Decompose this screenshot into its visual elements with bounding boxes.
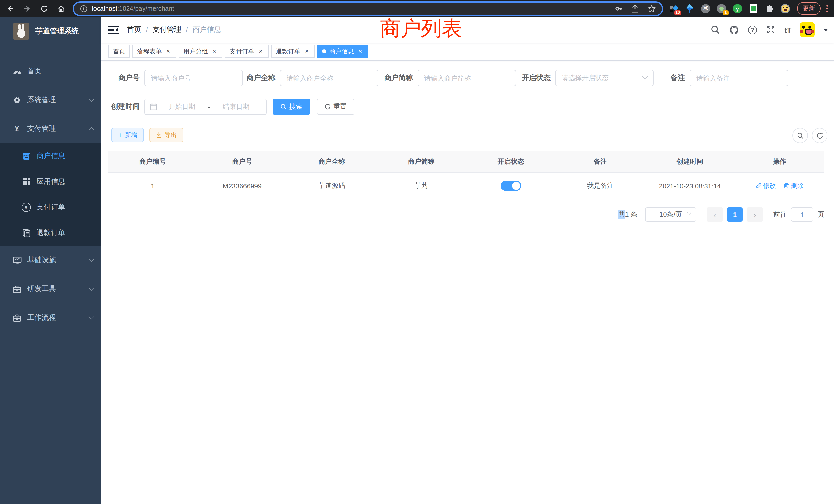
- gear-icon: [11, 96, 23, 104]
- close-icon[interactable]: ×: [304, 48, 310, 55]
- toggle-search-button[interactable]: [792, 128, 808, 143]
- close-icon[interactable]: ×: [165, 48, 172, 55]
- tab-pay-orders[interactable]: 支付订单×: [225, 45, 269, 58]
- merchant-table: 商户编号 商户号 商户全称 商户简称 开启状态 备注 创建时间 操作 1 M23…: [108, 151, 824, 199]
- close-icon[interactable]: ×: [357, 48, 364, 55]
- cell-shortname: 芋艿: [376, 173, 466, 199]
- extension-kite-icon[interactable]: [685, 4, 694, 13]
- edit-link[interactable]: 修改: [755, 181, 776, 190]
- caret-down-icon[interactable]: [824, 28, 828, 31]
- browser-back-button[interactable]: [6, 4, 14, 13]
- font-size-icon[interactable]: tT: [785, 25, 791, 34]
- share-icon[interactable]: [631, 4, 639, 13]
- browser-forward-button[interactable]: [23, 4, 31, 13]
- merchant-no-input[interactable]: [144, 70, 243, 86]
- extension-status-icon[interactable]: 1: [717, 4, 726, 13]
- next-page-button[interactable]: ›: [747, 207, 763, 222]
- col-fullname: 商户全称: [287, 151, 377, 173]
- browser-menu-icon[interactable]: [826, 5, 828, 12]
- bookmark-star-icon[interactable]: [647, 4, 656, 13]
- sidebar-item-home[interactable]: 首页: [0, 57, 101, 86]
- monitor-icon: [11, 256, 23, 264]
- extension-command-icon[interactable]: ⌘: [701, 4, 710, 13]
- browser-reload-button[interactable]: [40, 4, 48, 13]
- extensions-puzzle-icon[interactable]: [765, 4, 774, 13]
- sidebar-collapse-icon[interactable]: [108, 25, 118, 35]
- delete-link[interactable]: 删除: [783, 181, 804, 190]
- yen-circle-icon: ¥: [21, 203, 32, 212]
- remark-input[interactable]: [690, 70, 788, 86]
- table-toolbar: + 新增 导出: [101, 128, 834, 142]
- chevron-down-icon: [687, 210, 692, 215]
- extension-badge: 10: [674, 10, 681, 15]
- browser-home-button[interactable]: [57, 4, 65, 13]
- close-icon[interactable]: ×: [211, 48, 218, 55]
- reset-button[interactable]: 重置: [317, 98, 354, 115]
- cell-fullname: 芋道源码: [287, 173, 377, 199]
- sidebar-item-app-info[interactable]: 应用信息: [0, 169, 101, 194]
- merchant-fullname-label: 商户全称: [246, 73, 275, 83]
- create-time-label: 创建时间: [111, 102, 140, 111]
- breadcrumb-payment[interactable]: 支付管理: [153, 25, 181, 35]
- tab-user-group[interactable]: 用户分组×: [179, 45, 222, 58]
- plus-icon: +: [118, 131, 122, 139]
- url-host: localhost: [92, 5, 117, 12]
- storefront-icon: [21, 152, 32, 160]
- status-toggle[interactable]: [501, 181, 521, 191]
- breadcrumb-home[interactable]: 首页: [127, 25, 141, 35]
- password-key-icon[interactable]: [614, 4, 623, 13]
- cell-remark: 我是备注: [556, 173, 645, 199]
- sidebar-item-merchant-info[interactable]: 商户信息: [0, 143, 101, 169]
- browser-toolbar: localhost:1024/pay/merchant 10: [0, 0, 834, 17]
- merchant-fullname-input[interactable]: [280, 70, 378, 86]
- help-icon[interactable]: ?: [748, 25, 758, 35]
- col-actions: 操作: [734, 151, 824, 173]
- cell-merchant-no: M233666999: [197, 173, 287, 199]
- extension-sketch-icon[interactable]: 10: [669, 4, 678, 13]
- address-bar[interactable]: localhost:1024/pay/merchant: [74, 2, 662, 15]
- sidebar: 芋道管理系统 首页 系统管理 ¥ 支付管: [0, 17, 101, 504]
- sidebar-logo[interactable]: 芋道管理系统: [0, 17, 101, 45]
- sidebar-item-refund-orders[interactable]: 退款订单: [0, 220, 101, 246]
- merchant-shortname-input[interactable]: [418, 70, 516, 86]
- prev-page-button[interactable]: ‹: [707, 207, 723, 222]
- tab-refund-orders[interactable]: 退款订单×: [271, 45, 315, 58]
- end-date-placeholder[interactable]: 结束日期: [211, 102, 261, 111]
- page-size-select[interactable]: 10条/页: [645, 207, 696, 222]
- chrome-update-button[interactable]: 更新: [797, 2, 821, 15]
- browser-profile-avatar[interactable]: [781, 4, 790, 13]
- sidebar-item-dev-tools[interactable]: 研发工具: [0, 275, 101, 303]
- refresh-button[interactable]: [812, 128, 827, 143]
- tab-home[interactable]: 首页: [108, 45, 130, 58]
- fullscreen-icon[interactable]: [766, 25, 776, 35]
- breadcrumb: 首页 / 支付管理 / 商户信息: [127, 25, 221, 35]
- tab-process-form[interactable]: 流程表单×: [132, 45, 176, 58]
- close-icon[interactable]: ×: [257, 48, 264, 55]
- date-range-picker[interactable]: 开始日期 - 结束日期: [144, 98, 266, 115]
- search-button[interactable]: 搜索: [273, 98, 310, 115]
- page-unit-label: 页: [817, 210, 824, 219]
- pagination: 共1 条 10条/页 ‹ 1 › 前往 页: [108, 207, 824, 222]
- status-select[interactable]: 请选择开启状态: [555, 70, 654, 86]
- sidebar-item-pay-orders[interactable]: ¥ 支付订单: [0, 194, 101, 220]
- page-number-1[interactable]: 1: [727, 207, 743, 222]
- site-info-icon[interactable]: [80, 5, 87, 12]
- sidebar-item-workflow[interactable]: 工作流程: [0, 303, 101, 332]
- add-button[interactable]: + 新增: [111, 128, 144, 142]
- sidebar-item-infrastructure[interactable]: 基础设施: [0, 246, 101, 275]
- tags-view: 首页 流程表单× 用户分组× 支付订单× 退款订单× 商户信息×: [101, 43, 834, 61]
- goto-page-input[interactable]: [791, 207, 813, 222]
- export-button[interactable]: 导出: [150, 128, 183, 142]
- extension-notes-icon[interactable]: [749, 4, 758, 13]
- briefcase-icon: [11, 314, 23, 322]
- sidebar-item-system[interactable]: 系统管理: [0, 86, 101, 114]
- github-icon[interactable]: [729, 25, 739, 35]
- col-merchant-no: 商户号: [197, 151, 287, 173]
- goto-label: 前往: [773, 210, 787, 219]
- extension-green-y-icon[interactable]: y: [733, 4, 742, 13]
- start-date-placeholder[interactable]: 开始日期: [157, 102, 207, 111]
- user-avatar[interactable]: [799, 22, 815, 38]
- sidebar-item-payment[interactable]: ¥ 支付管理: [0, 114, 101, 143]
- header-search-icon[interactable]: [711, 25, 721, 35]
- tab-merchant-info[interactable]: 商户信息×: [317, 45, 368, 58]
